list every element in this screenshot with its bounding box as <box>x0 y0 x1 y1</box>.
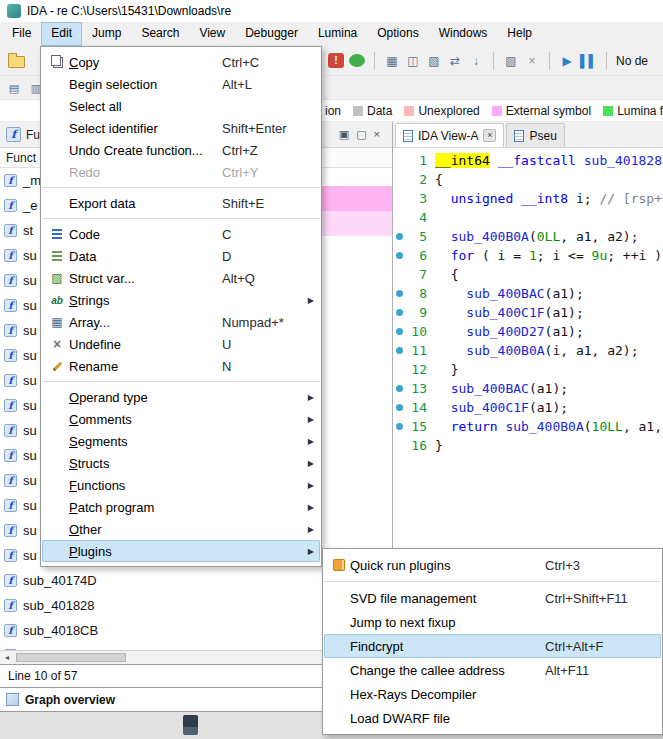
legend-item: External symbol <box>492 104 591 118</box>
edit-menu-item[interactable]: Copy Ctrl+C <box>42 51 320 73</box>
scrollbar-thumb[interactable] <box>16 653 126 662</box>
menubar-item[interactable]: View <box>189 22 235 46</box>
taskbar-app-icon[interactable] <box>183 715 198 735</box>
edit-menu-item[interactable] <box>42 183 320 192</box>
edit-menu-item[interactable]: Segments ▶ <box>42 430 320 452</box>
pause-process-icon[interactable]: ▌▌ <box>580 53 597 69</box>
edit-menu-item[interactable]: Select identifier Shift+Enter <box>42 117 320 139</box>
code-line[interactable]: 16 } <box>393 436 663 455</box>
edit-menu-item[interactable]: Data D <box>42 245 320 267</box>
menubar-item[interactable]: Lumina <box>308 22 367 46</box>
code-line[interactable]: 11 sub_400B0A(i, a1, a2); <box>393 341 663 360</box>
menubar-item[interactable]: Jump <box>82 22 131 46</box>
function-icon: f <box>4 274 17 287</box>
edit-menu-item[interactable] <box>42 214 320 223</box>
edit-menu-item[interactable]: Patch program ▶ <box>42 496 320 518</box>
edit-menu-item[interactable]: Functions ▶ <box>42 474 320 496</box>
menubar-item[interactable]: Debugger <box>235 22 308 46</box>
function-name: st <box>23 223 33 238</box>
edit-menu-item[interactable] <box>42 377 320 386</box>
navigate-down-icon[interactable]: ↓ <box>468 53 484 69</box>
edit-menu-item[interactable]: Undefine U <box>42 333 320 355</box>
edit-menu-item[interactable]: Array... Numpad+* <box>42 311 320 333</box>
menu-item-label: Begin selection <box>69 77 222 92</box>
plugins-submenu-item[interactable]: Hex-Rays Decompiler <box>324 682 661 706</box>
debugger-selector[interactable]: No de <box>616 54 648 68</box>
code-line[interactable]: 12 } <box>393 360 663 379</box>
window-list-icon[interactable]: ▤ <box>6 80 22 96</box>
menubar-item[interactable]: Search <box>131 22 189 46</box>
plugins-submenu-item[interactable]: Quick run plugins Ctrl+3 <box>324 553 661 577</box>
plugins-submenu-item[interactable]: Findcrypt Ctrl+Alt+F <box>324 634 661 658</box>
edit-menu-item[interactable]: Comments ▶ <box>42 408 320 430</box>
edit-menu-item[interactable]: Select all <box>42 95 320 117</box>
code-line[interactable]: 4 <box>393 208 663 227</box>
code-line[interactable]: 14 sub_400C1F(a1); <box>393 398 663 417</box>
snapshot-icon[interactable]: ▨ <box>503 53 519 69</box>
graph-overview-icon <box>6 693 19 706</box>
close-tab-icon[interactable]: × <box>483 129 496 142</box>
legend-label: Unexplored <box>418 104 479 118</box>
line-number: 3 <box>406 189 427 208</box>
code-line[interactable]: 9 sub_400C1F(a1); <box>393 303 663 322</box>
scroll-left-icon[interactable]: ◂ <box>0 653 14 662</box>
function-name: su <box>23 323 37 338</box>
edit-menu-item[interactable]: Begin selection Alt+L <box>42 73 320 95</box>
toolbar-separator <box>606 52 607 70</box>
function-name: su <box>23 248 37 263</box>
code-line[interactable]: 6 for ( i = 1; i <= 9u; ++i ) <box>393 246 663 265</box>
edit-menu-item[interactable]: Strings ▶ <box>42 289 320 311</box>
code-line[interactable]: 7 { <box>393 265 663 284</box>
function-name: su <box>23 498 37 513</box>
add-segment-icon[interactable]: ▧ <box>426 53 442 69</box>
edit-menu-item[interactable]: Operand type ▶ <box>42 386 320 408</box>
code-line[interactable]: 1 __int64 __fastcall sub_401828(__in <box>393 151 663 170</box>
menubar-item[interactable]: Windows <box>429 22 498 46</box>
dot-column <box>393 341 406 360</box>
code-line[interactable]: 15 return sub_400B0A(10LL, a1, a2); <box>393 417 663 436</box>
code-line[interactable]: 8 sub_400BAC(a1); <box>393 284 663 303</box>
view-tab[interactable]: IDA View-A × <box>395 123 504 147</box>
lumina-problem-icon[interactable]: ! <box>328 53 344 68</box>
edit-menu-item[interactable]: Code C <box>42 223 320 245</box>
start-process-icon[interactable]: ▶ <box>559 53 575 69</box>
plugins-submenu-item[interactable] <box>324 577 661 586</box>
jump-address-icon[interactable]: ⇄ <box>447 53 463 69</box>
plugins-submenu-item[interactable]: Load DWARF file <box>324 706 661 730</box>
create-struct-icon[interactable]: ▦ <box>384 53 400 69</box>
close-pane-icon[interactable]: × <box>374 129 380 140</box>
float-pane-icon[interactable]: ▢ <box>356 129 366 140</box>
dock-pane-icon[interactable]: ▣ <box>339 129 349 140</box>
close-window-icon[interactable]: × <box>524 53 540 69</box>
open-file-icon[interactable] <box>8 56 25 68</box>
function-icon: f <box>4 549 17 562</box>
code-text: sub_400B0A(i, a1, a2); <box>435 341 639 360</box>
edit-menu-item[interactable]: Struct var... Alt+Q <box>42 267 320 289</box>
menubar-item[interactable]: Help <box>497 22 542 46</box>
code-line[interactable]: 2 { <box>393 170 663 189</box>
menubar-item[interactable]: Edit <box>41 22 82 46</box>
line-number: 11 <box>406 341 427 360</box>
edit-menu-item[interactable]: Undo Create function... Ctrl+Z <box>42 139 320 161</box>
view-tab[interactable]: Pseu <box>506 123 564 147</box>
edit-menu-item[interactable]: Structs ▶ <box>42 452 320 474</box>
lumina-connected-icon[interactable] <box>349 54 365 67</box>
edit-menu-item[interactable]: Redo Ctrl+Y <box>42 161 320 183</box>
code-line[interactable]: 3 unsigned __int8 i; // [rsp+1Fh] <box>393 189 663 208</box>
plugins-submenu-item[interactable]: Jump to next fixup <box>324 610 661 634</box>
function-icon: f <box>4 599 17 612</box>
edit-menu-item[interactable]: Rename N <box>42 355 320 377</box>
menubar-item[interactable]: File <box>2 22 41 46</box>
code-line[interactable]: 13 sub_400BAC(a1); <box>393 379 663 398</box>
edit-menu-item[interactable]: Plugins ▶ <box>42 540 320 562</box>
edit-menu-item[interactable]: Export data Shift+E <box>42 192 320 214</box>
edit-menu-item[interactable]: Other ▶ <box>42 518 320 540</box>
plugins-submenu-item[interactable]: SVD file management Ctrl+Shift+F11 <box>324 586 661 610</box>
sync-views-icon[interactable]: ◫ <box>405 53 421 69</box>
code-line[interactable]: 10 sub_400D27(a1); <box>393 322 663 341</box>
function-name: su <box>23 398 37 413</box>
line-number: 9 <box>406 303 427 322</box>
code-line[interactable]: 5 sub_400B0A(0LL, a1, a2); <box>393 227 663 246</box>
menubar-item[interactable]: Options <box>367 22 428 46</box>
plugins-submenu-item[interactable]: Change the callee address Alt+F11 <box>324 658 661 682</box>
